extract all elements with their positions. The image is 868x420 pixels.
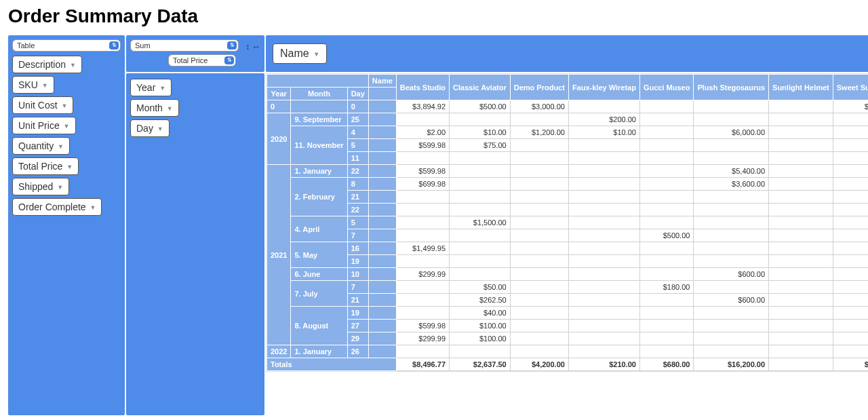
pivot-cell: [769, 229, 833, 242]
pivot-cell: [639, 255, 693, 268]
pivot-cell: [833, 320, 868, 332]
value-attribute-select[interactable]: Total Price ⇅: [168, 54, 236, 66]
pivot-cell: $2.00: [396, 126, 449, 139]
pivot-cell: [568, 345, 639, 358]
row-header-day: 27: [347, 320, 368, 332]
pivot-cell: $600.00: [694, 268, 769, 281]
col-total: $8,496.77: [396, 358, 449, 371]
unused-field-unit-cost[interactable]: Unit Cost ▼: [12, 96, 73, 114]
row-header-day: 11: [347, 152, 368, 165]
row-header-month: 7. July: [291, 281, 347, 307]
col-total: $2,637.50: [450, 358, 511, 371]
pivot-cell: [639, 216, 693, 229]
caret-down-icon: ▼: [159, 85, 165, 92]
pivot-cell: [833, 139, 868, 152]
aggregator-select[interactable]: Sum ⇅: [130, 39, 239, 52]
pivot-cell: $3,600.00: [694, 178, 769, 191]
pivot-cell: $1,100.00: [833, 126, 868, 139]
pivot-cell: [694, 204, 769, 216]
row-field-month[interactable]: Month ▼: [130, 99, 179, 117]
pivot-cell: [694, 229, 769, 242]
pivot-cell: $5,400.00: [694, 165, 769, 178]
pivot-cell: [694, 320, 769, 332]
pivot-cell: [769, 113, 833, 126]
pivot-cell: [396, 307, 449, 320]
pivot-cell: [833, 281, 868, 294]
caret-down-icon: ▼: [66, 164, 73, 170]
pivot-table: NameBeats StudioClassic AviatorDemo Prod…: [267, 74, 868, 371]
pivot-cell: $440.00: [833, 191, 868, 204]
pivot-cell: [510, 152, 568, 165]
pivot-cell: [510, 255, 568, 268]
pivot-cell: [769, 255, 833, 268]
col-header: Beats Studio: [396, 75, 449, 100]
pivot-cell: $180.00: [639, 281, 693, 294]
pivot-cell: $500.00: [450, 100, 511, 113]
pivot-cell: [639, 320, 693, 332]
pivot-cell: $600.00: [694, 294, 769, 307]
pivot-cell: [833, 165, 868, 178]
unused-field-unit-price[interactable]: Unit Price ▼: [12, 117, 76, 134]
pivot-cell: $40.00: [450, 307, 511, 320]
sort-rows-icon[interactable]: ↕: [245, 42, 250, 52]
pivot-cell: [694, 113, 769, 126]
pivot-cell: [694, 100, 769, 113]
pivot-cell: [396, 345, 449, 358]
pivot-cell: [568, 242, 639, 255]
caret-down-icon: ▼: [57, 184, 63, 191]
caret-down-icon: ▼: [42, 82, 48, 89]
unused-field-description[interactable]: Description ▼: [12, 56, 82, 73]
unused-field-total-price[interactable]: Total Price ▼: [12, 157, 79, 175]
col-total: [769, 358, 833, 371]
row-field-year[interactable]: Year ▼: [130, 79, 172, 96]
pivot-cell: [396, 191, 449, 204]
row-header-day: 0: [347, 100, 368, 113]
row-header-month: 1. January: [291, 345, 347, 358]
pivot-cell: [510, 216, 568, 229]
row-header-year: 2022: [267, 345, 291, 358]
pivot-cell: [694, 332, 769, 345]
unused-field-order-complete[interactable]: Order Complete ▼: [12, 198, 102, 216]
pivot-cell: [510, 113, 568, 126]
pivot-cell: [639, 307, 693, 320]
pivot-cell: $299.99: [396, 268, 449, 281]
pivot-cell: [510, 281, 568, 294]
renderer-select[interactable]: Table ⇅: [12, 39, 121, 52]
pivot-cell: [568, 332, 639, 345]
pivot-cell: [769, 152, 833, 165]
pivot-cell: [694, 139, 769, 152]
pivot-cell: $440.00: [833, 152, 868, 165]
sort-cols-icon[interactable]: ↔: [252, 42, 260, 52]
pivot-table-container: NameBeats StudioClassic AviatorDemo Prod…: [266, 73, 868, 372]
row-header-month: 8. August: [291, 307, 347, 345]
unused-field-quantity[interactable]: Quantity ▼: [12, 137, 70, 155]
pivot-cell: [769, 139, 833, 152]
col-field-name[interactable]: Name ▼: [273, 43, 327, 64]
pivot-cell: [510, 320, 568, 332]
pivot-cell: [396, 255, 449, 268]
row-axis-label: Year: [267, 88, 291, 100]
pivot-cell: [639, 113, 693, 126]
pivot-cell: [833, 332, 868, 345]
col-header: Sweet Sunglasses: [833, 75, 868, 100]
row-header-month: 2. February: [291, 178, 347, 216]
pivot-cell: [639, 332, 693, 345]
row-axis-label: Day: [347, 88, 368, 100]
chevron-updown-icon: ⇅: [227, 41, 237, 50]
pivot-cell: [510, 178, 568, 191]
pivot-cell: [510, 345, 568, 358]
pivot-cell: [396, 204, 449, 216]
pivot-cell: [769, 268, 833, 281]
pivot-cell: [510, 204, 568, 216]
unused-field-shipped[interactable]: Shipped ▼: [12, 178, 69, 195]
pivot-cell: [639, 178, 693, 191]
row-field-day[interactable]: Day ▼: [130, 119, 170, 137]
unused-field-sku[interactable]: SKU ▼: [12, 76, 54, 94]
col-header: Faux-kley Wiretap: [568, 75, 639, 100]
pivot-cell: [833, 294, 868, 307]
pivot-cell: [639, 100, 693, 113]
pivot-cell: [568, 229, 639, 242]
pivot-cell: [510, 307, 568, 320]
pivot-cell: [568, 255, 639, 268]
pivot-cell: [694, 255, 769, 268]
